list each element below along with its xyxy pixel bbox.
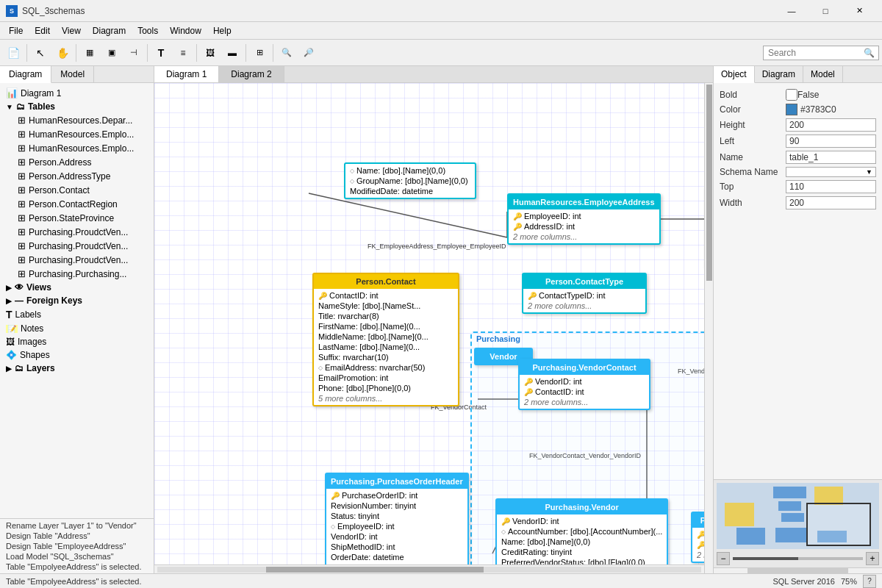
diamond-icon: ◇: [350, 178, 354, 184]
more-cols[interactable]: 5 more columns...: [314, 393, 458, 404]
more-cols[interactable]: 2 more columns...: [520, 397, 649, 407]
prop-height-value[interactable]: 200: [786, 118, 876, 132]
tree-fk-parent[interactable]: ▶ — Foreign Keys: [3, 294, 151, 307]
menu-window[interactable]: Window: [164, 24, 207, 37]
menu-diagram[interactable]: Diagram: [87, 24, 132, 37]
tree-item-purch-4[interactable]: ⊞Purchasing.Purchasing...: [15, 267, 151, 281]
horizontal-scrollbar[interactable]: [154, 564, 704, 573]
right-tab-diagram[interactable]: Diagram: [755, 66, 803, 82]
table-person-ct[interactable]: Person.ContactType 🔑ContactTypeID: int 2…: [522, 273, 647, 314]
more-cols[interactable]: 2 more columns...: [509, 232, 659, 242]
tree-layers-parent[interactable]: ▶ 🗂 Layers: [3, 362, 151, 375]
vscroll-thumb[interactable]: [706, 85, 712, 281]
diagram-canvas[interactable]: FK_EmployeeAddress_Employee_EmployeeID F…: [154, 83, 713, 573]
tree-item-person-cr[interactable]: ⊞Person.ContactRegion: [15, 197, 151, 211]
right-scrollbar: [714, 567, 882, 573]
tree-item-person-sp[interactable]: ⊞Person.StateProvince: [15, 211, 151, 225]
mm-block-addr: [814, 487, 844, 505]
select-tool[interactable]: ↖: [30, 43, 51, 63]
tree-views-parent[interactable]: ▶ 👁 Views: [3, 281, 151, 294]
tree-item-person-contact[interactable]: ⊞Person.Contact: [15, 183, 151, 197]
panel-tab-model[interactable]: Model: [51, 66, 94, 82]
tree-item-purch-1[interactable]: ⊞Purchasing.ProudctVen...: [15, 225, 151, 239]
table-person-contact[interactable]: Person.Contact 🔑ContactID: int NameStyle…: [312, 273, 459, 406]
tree-item-hr-depar[interactable]: ⊞HumanResources.Depar...: [15, 113, 151, 127]
mm-viewport: [806, 503, 871, 546]
menu-help[interactable]: Help: [207, 24, 237, 37]
prop-top-value[interactable]: 110: [786, 180, 876, 193]
tree-item-hr-emplo2[interactable]: ⊞HumanResources.Emplo...: [15, 141, 151, 155]
menu-edit[interactable]: Edit: [29, 24, 56, 37]
labels-icon: T: [6, 309, 12, 320]
diamond-icon: ◇: [331, 523, 335, 530]
menu-file[interactable]: File: [3, 24, 29, 37]
tree-images[interactable]: 🖼 Images: [3, 335, 151, 348]
shape-tool[interactable]: ▬: [222, 43, 243, 63]
zoom-in-tool[interactable]: 🔍: [276, 43, 297, 63]
hscroll-thumb[interactable]: [266, 567, 484, 573]
prop-name-value[interactable]: table_1: [786, 151, 876, 164]
table-top-entity[interactable]: ◇ Name: [dbo].[Name](0,0) ◇ GroupName: […: [344, 162, 476, 199]
tree-item-person-addrtype[interactable]: ⊞Person.AddressType: [15, 169, 151, 183]
tree-tables-parent[interactable]: ▼ 🗂 Tables: [3, 100, 151, 113]
panel-tab-diagram[interactable]: Diagram: [0, 66, 51, 83]
fk-tool[interactable]: ⊣: [123, 43, 144, 63]
minimap-slider[interactable]: [733, 557, 863, 560]
key-icon: 🔑: [524, 388, 533, 396]
tree-shapes[interactable]: 💠 Shapes: [3, 348, 151, 362]
minimap-zoom-in[interactable]: +: [866, 552, 879, 565]
right-tab-model[interactable]: Model: [803, 66, 843, 82]
view-tool[interactable]: ▣: [101, 43, 122, 63]
prop-schema-dropdown[interactable]: ▼: [786, 167, 876, 177]
tree-item-person-addr[interactable]: ⊞Person.Address: [15, 155, 151, 169]
minimize-button[interactable]: —: [775, 0, 808, 22]
line-tool[interactable]: ≡: [173, 43, 193, 63]
prop-color-swatch[interactable]: [786, 104, 797, 115]
tree-item-purch-2[interactable]: ⊞Purchasing.ProudctVen...: [15, 239, 151, 253]
minimap-zoom-out[interactable]: −: [717, 552, 730, 565]
table-hr-empaddr[interactable]: HumanResources.EmployeeAddress 🔑Employee…: [507, 193, 661, 245]
status-help-button[interactable]: ?: [863, 575, 876, 588]
zoom-out-tool[interactable]: 🔎: [298, 43, 319, 63]
status-message: Table "EmpolyeeAddress" is selected.: [6, 577, 142, 586]
prop-bold-checkbox[interactable]: [786, 89, 797, 101]
image-tool[interactable]: 🖼: [200, 43, 220, 63]
menu-tools[interactable]: Tools: [132, 24, 164, 37]
main-area: Diagram Model 📊 Diagram 1 ▼ 🗂 Tables ⊞Hu…: [0, 66, 882, 573]
table-header: Person.ContactType: [523, 274, 645, 289]
tree-item-hr-emplo1[interactable]: ⊞HumanResources.Emplo...: [15, 127, 151, 141]
right-scroll-thumb[interactable]: [747, 568, 848, 573]
menu-view[interactable]: View: [56, 24, 87, 37]
fk-icon: —: [15, 295, 24, 306]
right-tab-object[interactable]: Object: [714, 66, 755, 83]
maximize-button[interactable]: □: [808, 0, 842, 22]
prop-left-value[interactable]: 90: [786, 135, 876, 148]
new-button[interactable]: 📄: [3, 43, 24, 63]
tree-diagram1[interactable]: 📊 Diagram 1: [3, 86, 151, 100]
pan-tool[interactable]: ✋: [52, 43, 73, 63]
mm-block-vc: [781, 513, 804, 523]
text-tool[interactable]: T: [151, 43, 171, 63]
table-body: 🔑ContactTypeID: int 2 more columns...: [523, 289, 645, 312]
table-poh[interactable]: Purchasing.PurchaseOrderHeader 🔑Purchase…: [325, 473, 469, 573]
tree-tables-group: ⊞HumanResources.Depar... ⊞HumanResources…: [3, 113, 151, 281]
fit-tool[interactable]: ⊞: [249, 43, 270, 63]
prop-bold: Bold False: [720, 89, 876, 101]
prop-width-value[interactable]: 200: [786, 196, 876, 209]
col-row: LastName: [dbo].[Name](0...: [314, 342, 458, 352]
tree-item-purch-3[interactable]: ⊞Purchasing.ProudctVen...: [15, 253, 151, 267]
close-button[interactable]: ✕: [842, 0, 876, 22]
search-input[interactable]: [768, 48, 864, 58]
vertical-scrollbar[interactable]: [704, 83, 713, 573]
table-tool[interactable]: ▦: [79, 43, 100, 63]
tree-labels[interactable]: T Labels: [3, 307, 151, 322]
diagram-tab-1[interactable]: Diagram 1: [154, 66, 219, 82]
col-row: OrderDate: datetime: [326, 552, 467, 562]
table-purchasing-vc[interactable]: Purchasing.VendorContact 🔑VendorID: int …: [518, 359, 650, 410]
table-purchasing-vendor[interactable]: Purchasing.Vendor 🔑VendorID: int ◇Accoun…: [495, 498, 668, 573]
col-row: 🔑PurchaseOrderID: int: [326, 490, 467, 501]
tree-notes[interactable]: 📝 Notes: [3, 322, 151, 335]
more-cols[interactable]: 2 more columns...: [523, 301, 645, 311]
status-msg-5: Rename Layer "Layer 1" to "Vendor": [6, 520, 148, 531]
diagram-tab-2[interactable]: Diagram 2: [219, 66, 284, 82]
